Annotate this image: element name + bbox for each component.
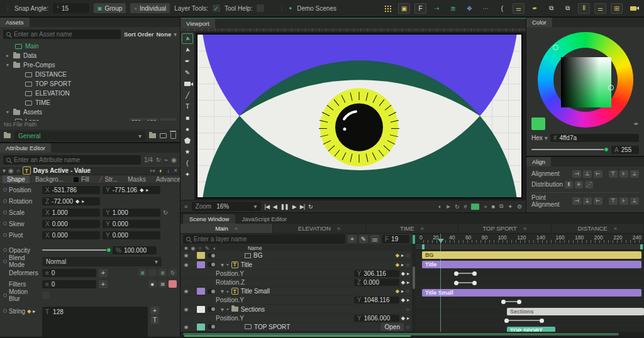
- next-key-icon[interactable]: ▸: [407, 315, 409, 321]
- close-icon[interactable]: ×: [337, 225, 341, 232]
- pen-tool[interactable]: ✒: [182, 56, 193, 67]
- point-align-top-icon[interactable]: ⊤: [609, 197, 618, 205]
- grid-icon[interactable]: #: [464, 204, 467, 210]
- lock-column-icon[interactable]: ■: [184, 245, 187, 251]
- expression-icon[interactable]: ○: [406, 288, 409, 295]
- cube-tool-icon[interactable]: ▣: [398, 3, 410, 14]
- chevron-down-icon[interactable]: ▾: [221, 288, 224, 295]
- demo-scenes-button[interactable]: Demo Scenes: [297, 5, 336, 12]
- layer-color-swatch[interactable]: [197, 252, 205, 259]
- individual-button[interactable]: × Individual: [130, 3, 170, 13]
- next-key-icon[interactable]: ▸: [401, 262, 404, 268]
- align-top-icon[interactable]: ⊤: [609, 170, 618, 178]
- assets-tab[interactable]: Assets: [0, 18, 30, 27]
- point-align-bottom-icon[interactable]: ⊥: [630, 197, 639, 205]
- keyframe-icon[interactable]: ◆: [396, 262, 399, 268]
- keyframe-icon[interactable]: ◆: [396, 288, 399, 294]
- pencil-tool[interactable]: ✎: [182, 67, 193, 78]
- half-toggle-icon[interactable]: ◐: [159, 167, 163, 174]
- attr-row-title-rotation[interactable]: Rotation.Z Z0.000 ◆ ▸: [180, 278, 412, 287]
- guides-icon[interactable]: ↻: [455, 204, 460, 210]
- filter-frame-icon[interactable]: ■: [148, 280, 157, 288]
- blend-mode-dropdown[interactable]: Normal ▾: [42, 257, 162, 266]
- eyedropper-icon[interactable]: ✒: [634, 121, 639, 128]
- camera-tool[interactable]: [182, 79, 193, 89]
- layer-row-title-small[interactable]: ◉ ▾ ● T Title Small ◆ ▸ ○: [180, 287, 412, 296]
- close-icon[interactable]: ×: [174, 167, 177, 174]
- chevron-down-icon[interactable]: ▾: [5, 62, 10, 68]
- graph-icon[interactable]: ≣: [447, 3, 459, 14]
- keyframe-span[interactable]: [456, 282, 475, 283]
- layer-tools-checkbox[interactable]: ✓: [213, 4, 220, 12]
- asset-search-input[interactable]: Enter an Asset name: [3, 30, 121, 39]
- asset-item-main[interactable]: Main: [0, 41, 180, 51]
- render-toggle[interactable]: [208, 307, 216, 312]
- opacity-input[interactable]: %100.000: [113, 246, 157, 254]
- render-column-icon[interactable]: ○: [199, 245, 202, 251]
- close-icon[interactable]: ×: [614, 225, 618, 232]
- keyframe-icon[interactable]: ◆: [75, 199, 79, 204]
- visibility-icon[interactable]: ◉: [8, 167, 14, 174]
- tab-fill[interactable]: Fill: [69, 175, 94, 183]
- distribute-v-icon[interactable]: ≡: [575, 181, 583, 188]
- keyframe-span[interactable]: [506, 320, 542, 321]
- keyframe-icon[interactable]: ◆: [27, 308, 31, 314]
- paint-filter-icon[interactable]: ✎: [359, 235, 368, 243]
- layer-stack-icon[interactable]: ⧉: [545, 3, 557, 14]
- timeline-work-area[interactable]: [416, 244, 644, 250]
- pause-button[interactable]: ❚❚: [280, 204, 289, 210]
- tag-icon[interactable]: ◖: [438, 204, 441, 210]
- comp-tab-time[interactable]: TIME×: [366, 224, 458, 233]
- align-tab[interactable]: Align: [526, 157, 551, 166]
- distribute-grid-icon[interactable]: ⋰: [585, 181, 593, 188]
- scene-window-tab[interactable]: Scene Window: [183, 214, 235, 224]
- attribute-search-input[interactable]: Enter an Attribute name: [3, 155, 141, 165]
- polygon-tool[interactable]: [182, 135, 193, 146]
- render-toggle[interactable]: [208, 262, 216, 267]
- jump-icon[interactable]: ↦: [150, 167, 155, 174]
- layer-row-sections[interactable]: ◉ ▾ ● Sections ○: [180, 305, 412, 313]
- ellipse-tool[interactable]: ●: [182, 124, 193, 134]
- asset-item-data[interactable]: ▸ Data: [0, 51, 180, 60]
- line-tool[interactable]: ╱: [182, 90, 193, 101]
- trash-icon[interactable]: [170, 133, 176, 139]
- scale-y-input[interactable]: Y1.000: [103, 209, 160, 217]
- asset-item-time[interactable]: TIME: [0, 98, 180, 107]
- snap-icon[interactable]: ➤: [445, 204, 450, 210]
- tab-advanced[interactable]: Advanced: [152, 175, 180, 183]
- visibility-icon[interactable]: ◉: [183, 262, 189, 268]
- distribute-h-icon[interactable]: ⫴: [565, 181, 573, 188]
- chevron-down-icon[interactable]: ▾: [5, 109, 10, 115]
- visibility-icon[interactable]: ◉: [183, 307, 189, 312]
- link-icon[interactable]: ↻: [163, 209, 168, 216]
- comp-tab-distance[interactable]: DISTANCE×: [552, 224, 644, 233]
- layer-color-swatch[interactable]: [197, 261, 205, 268]
- keyframe-icon[interactable]: ◆: [401, 271, 405, 276]
- point-align-left-icon[interactable]: ⊣: [572, 197, 581, 205]
- snap-angle-input[interactable]: ° 15: [53, 3, 89, 13]
- snowflake-icon[interactable]: ✦: [508, 204, 513, 210]
- opacity-slider[interactable]: [42, 249, 110, 251]
- pivot-x-input[interactable]: X0.000: [42, 231, 100, 239]
- comp-tab-main[interactable]: Main×: [180, 224, 273, 233]
- category-dropdown[interactable]: General ▾: [14, 131, 145, 141]
- align-hcenter-icon[interactable]: ⊥: [583, 170, 592, 178]
- fullscreen-icon[interactable]: ■: [492, 204, 495, 210]
- filter-split-icon[interactable]: ⊞: [158, 280, 167, 288]
- chevron-down-icon[interactable]: ▾: [221, 306, 224, 313]
- pin-icon[interactable]: ↓: [167, 167, 170, 174]
- monitor-icon[interactable]: [160, 133, 167, 138]
- tab-background[interactable]: Backgro...: [31, 175, 68, 183]
- tool-help-checkbox[interactable]: [257, 4, 264, 12]
- group-button[interactable]: ▣ Group: [94, 3, 126, 13]
- asset-item-distance[interactable]: DISTANCE: [0, 70, 180, 79]
- layers-view-icon[interactable]: ⧉: [499, 203, 503, 210]
- layer-row-bg[interactable]: ◉ BG ◆ ▸ ○: [180, 251, 412, 260]
- layer-stack2-icon[interactable]: ⧉: [562, 3, 574, 14]
- keyframe-icon[interactable]: ◆: [401, 315, 405, 321]
- add-layer-button[interactable]: +: [348, 235, 357, 243]
- asset-item-top-sport[interactable]: TOP SPORT: [0, 79, 180, 89]
- curve-icon[interactable]: (: [496, 3, 508, 14]
- expression-icon[interactable]: ○: [406, 252, 409, 259]
- loop-button[interactable]: ↻: [308, 204, 313, 210]
